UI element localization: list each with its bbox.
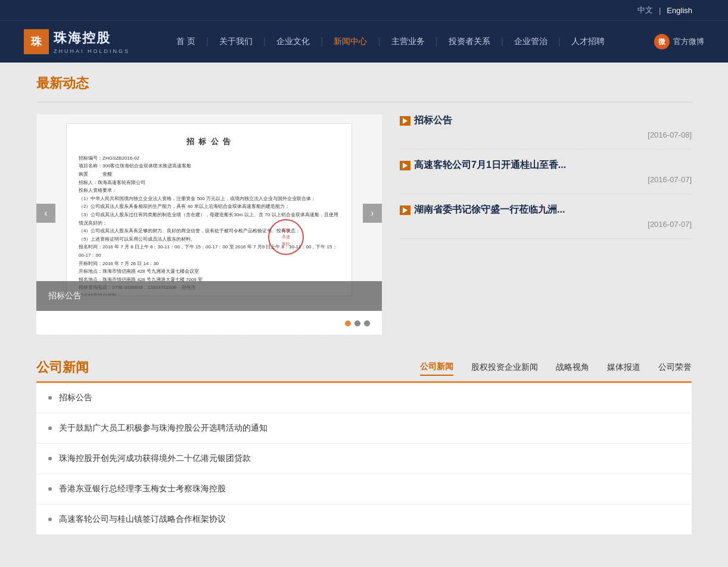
nav-home[interactable]: 首 页 [166,36,206,47]
news-tag-icon-1 [400,116,410,126]
slider-image: 招 标 公 告 招标编号：ZHGSZB2016-02 项目名称：300客位珠海铝… [36,114,382,305]
doc-preview: 招 标 公 告 招标编号：ZHGSZB2016-02 项目名称：300客位珠海铝… [66,123,352,296]
news-tabs-row: 公司新闻 公司新闻 股权投资企业新闻 战略视角 媒体报道 公司荣誉 [36,359,692,383]
dot-2[interactable] [354,320,360,326]
news-tag-icon-2 [400,161,410,170]
sidebar-news-1[interactable]: 招标公告 [2016-07-08] [400,114,692,149]
nav-about[interactable]: 关于我们 [209,36,263,47]
weibo-label: 官方微博 [673,36,704,47]
logo[interactable]: 珠海控股 ZHUHAI HOLDINGS [24,29,130,54]
sidebar-news-date-2: [2016-07-07] [400,175,692,184]
logo-cn: 珠海控股 [54,29,130,47]
tab-equity-news[interactable]: 股权投资企业新闻 [471,360,538,375]
news-sidebar: 招标公告 [2016-07-08] 高速客轮公司7月1日开通桂山至香... [2… [400,114,692,335]
sidebar-news-2[interactable]: 高速客轮公司7月1日开通桂山至香... [2016-07-07] [400,149,692,194]
latest-title: 最新动态 [36,74,692,97]
slider-prev[interactable]: ‹ [36,204,55,223]
nav-links: 首 页 | 关于我们 | 企业文化 | 新闻中心 | 主营业务 | 投资者关系 … [166,36,648,47]
news-list-item-text-3: 珠海控股开创先河成功获得境外二十亿港元银团贷款 [59,453,251,464]
lang-divider: | [659,6,661,15]
nav-business[interactable]: 主营业务 [381,36,435,47]
tab-honor[interactable]: 公司荣誉 [658,360,692,375]
news-tabs: 公司新闻 股权投资企业新闻 战略视角 媒体报道 公司荣誉 [420,359,692,376]
sidebar-news-title-2: 高速客轮公司7月1日开通桂山至香... [414,159,566,172]
sidebar-news-date-3: [2016-07-07] [400,220,692,229]
news-list-item-1[interactable]: 招标公告 [36,383,692,413]
company-news-title: 公司新闻 [36,359,89,376]
news-list-item-2[interactable]: 关于鼓励广大员工积极参与珠海控股公开选聘活动的通知 [36,413,692,444]
sidebar-news-date-1: [2016-07-08] [400,130,692,139]
news-list-item-text-1: 招标公告 [59,392,92,403]
weibo-icon: 微 [654,34,670,49]
slider-next[interactable]: › [363,204,382,223]
news-list-item-text-2: 关于鼓励广大员工积极参与珠海控股公开选聘活动的通知 [59,423,267,434]
lang-en[interactable]: English [667,6,692,15]
lang-zh[interactable]: 中文 [637,5,653,15]
tab-strategy[interactable]: 战略视角 [556,360,589,375]
news-list-item-text-5: 高速客轮公司与桂山镇签订战略合作框架协议 [59,514,226,525]
company-news: 公司新闻 公司新闻 股权投资企业新闻 战略视角 媒体报道 公司荣誉 招标公告 关… [36,359,692,535]
nav-hr[interactable]: 人才招聘 [561,36,615,47]
slider: 招 标 公 告 招标编号：ZHGSZB2016-02 项目名称：300客位珠海铝… [36,114,382,335]
slider-caption-text: 招标公告 [48,291,82,301]
news-list-item-3[interactable]: 珠海控股开创先河成功获得境外二十亿港元银团贷款 [36,444,692,474]
sidebar-news-title-1: 招标公告 [414,114,452,127]
slider-caption: 招标公告 [36,281,382,311]
logo-en: ZHUHAI HOLDINGS [54,48,130,54]
doc-seal: 珠海高速客轮 [268,219,304,255]
news-list-item-4[interactable]: 香港东亚银行总经理李玉梅女士考察珠海控股 [36,474,692,504]
slider-dots [345,320,370,326]
tab-company-news[interactable]: 公司新闻 [420,359,453,376]
doc-body: 招标编号：ZHGSZB2016-02 项目名称：300客位珠海铝合金双体喷水推进… [79,154,340,296]
tab-media[interactable]: 媒体报道 [607,360,640,375]
nav-news[interactable]: 新闻中心 [323,36,378,47]
news-tag-icon-3 [400,205,410,215]
weibo-link[interactable]: 微 官方微博 [654,34,704,49]
news-list: 招标公告 关于鼓励广大员工积极参与珠海控股公开选聘活动的通知 珠海控股开创先河成… [36,383,692,535]
nav-culture[interactable]: 企业文化 [266,36,321,47]
section-divider [36,102,692,102]
nav-investor[interactable]: 投资者关系 [438,36,501,47]
sidebar-news-3[interactable]: 湖南省委书记徐守盛一行莅临九洲... [2016-07-07] [400,194,692,239]
doc-title: 招 标 公 告 [79,136,340,148]
news-list-item-text-4: 香港东亚银行总经理李玉梅女士考察珠海控股 [59,484,226,494]
dot-3[interactable] [364,320,370,326]
sidebar-news-title-3: 湖南省委书记徐守盛一行莅临九洲... [414,204,565,216]
logo-text: 珠海控股 ZHUHAI HOLDINGS [54,29,130,54]
news-list-item-5[interactable]: 高速客轮公司与桂山镇签订战略合作框架协议 [36,504,692,535]
nav-governance[interactable]: 企业管治 [503,36,558,47]
logo-icon [24,29,49,54]
dot-1[interactable] [345,320,351,326]
